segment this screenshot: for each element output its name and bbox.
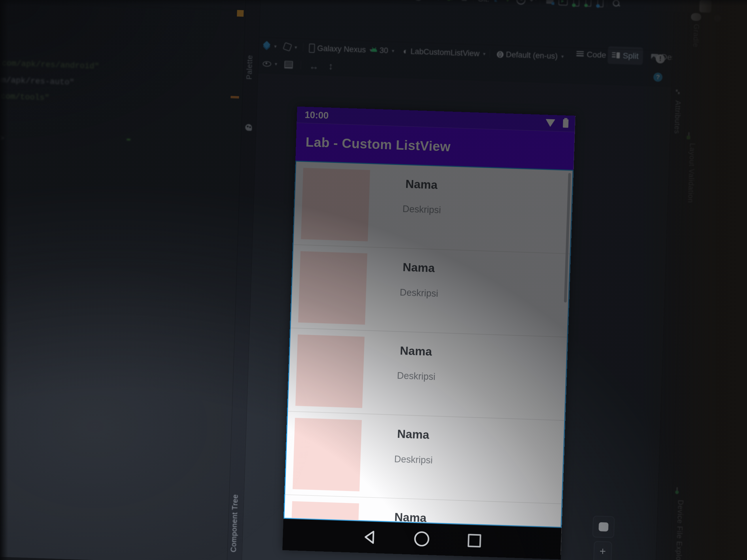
listview[interactable]: Nama Deskripsi Nama Deskripsi Nama Deskr…	[284, 161, 573, 528]
attach-icon	[414, 0, 422, 1]
list-item[interactable]: Nama Deskripsi	[288, 328, 567, 421]
layout-width-button[interactable]: ↔	[309, 61, 319, 71]
clock-icon	[516, 0, 526, 5]
profiler-button[interactable]	[428, 0, 440, 5]
tab-layout-validation[interactable]: Layout Validation	[688, 133, 690, 138]
item-image-placeholder	[301, 168, 370, 241]
window-icon	[699, 0, 712, 13]
profile-debug-button[interactable]	[443, 0, 455, 5]
list-item[interactable]: Nama Deskripsi	[291, 245, 570, 337]
layout-validation-icon	[688, 132, 690, 138]
list-item[interactable]: Nama Deskripsi	[285, 412, 564, 504]
locale-label: Default (en-us)	[506, 50, 558, 61]
globe-icon	[497, 51, 504, 58]
item-name: Nama	[400, 344, 432, 358]
device-file-explorer-icon	[676, 487, 678, 494]
tab-device-file-explorer[interactable]: Device File Explorer	[676, 488, 678, 493]
help-icon: ?	[653, 73, 663, 82]
render-warnings-button[interactable]: !	[655, 54, 665, 63]
code-line: .com/apk/res-auto"	[0, 75, 74, 87]
toolbar-separator	[301, 61, 301, 69]
gradle-tab-label: Gradle	[691, 24, 701, 48]
nav-recents-button[interactable]	[467, 534, 481, 547]
scrollbar-warning-mark[interactable]	[231, 96, 239, 99]
device-manager-icon	[573, 0, 579, 7]
sdk-manager-button[interactable]	[583, 0, 594, 10]
git-label: Git:	[478, 0, 490, 6]
gear-icon[interactable]	[714, 15, 721, 22]
palette-tab-label: Palette	[245, 55, 254, 80]
chevron-down-icon: ▾	[274, 43, 277, 49]
zoom-to-fit-button[interactable]	[592, 516, 615, 538]
listview-icon	[284, 61, 293, 69]
api-level-menu[interactable]: 30 ▾	[371, 46, 394, 56]
avd-manager-button[interactable]	[570, 0, 582, 9]
tab-palette[interactable]: Palette	[245, 55, 254, 81]
code-editor-panel[interactable]: ml % id.com/apk/res/android" .com/apk/re…	[0, 0, 246, 560]
palette-icon	[245, 124, 252, 131]
theme-menu[interactable]: ◐ LabCustomListView ▾	[403, 46, 486, 58]
item-image-placeholder	[295, 335, 365, 408]
layout-height-button[interactable]: ↕	[328, 61, 333, 71]
search-everywhere-button[interactable]	[610, 0, 622, 11]
nav-home-button[interactable]	[414, 531, 430, 547]
gradle-icon	[691, 13, 701, 21]
toolbar-separator	[490, 49, 490, 58]
editor-tab[interactable]: ml	[0, 0, 0, 1]
device-file-explorer-tab-label: Device File Explorer	[674, 500, 685, 560]
device-file-button[interactable]	[595, 0, 607, 10]
help-button[interactable]: ?	[653, 73, 663, 82]
eye-icon	[262, 61, 271, 66]
tab-gradle[interactable]: Gradle	[691, 13, 701, 21]
item-name: Nama	[403, 261, 435, 275]
git-update-button[interactable]: ↙	[492, 0, 502, 7]
api-level-label: 30	[379, 46, 388, 55]
device-menu-label: Galaxy Nexus	[317, 44, 366, 54]
status-time: 10:00	[297, 109, 329, 121]
code-line: id.com/tools"	[0, 91, 50, 103]
notifications-button[interactable]	[698, 0, 713, 14]
project-structure-button[interactable]	[544, 0, 556, 8]
theme-icon: ◐	[403, 47, 408, 56]
view-options-button[interactable]: ▾	[262, 61, 277, 67]
search-icon	[613, 0, 620, 7]
item-description: Deskripsi	[402, 204, 441, 216]
item-image-placeholder	[298, 251, 367, 325]
orientation-selector[interactable]: ▾	[284, 43, 297, 51]
item-description: Deskripsi	[394, 454, 433, 466]
warning-icon: !	[655, 54, 665, 63]
item-image-placeholder	[292, 418, 362, 491]
list-item[interactable]: Nama Deskripsi	[293, 162, 572, 254]
ide-window: app ▾ Pixel 3 API 28 ▾ ↻ Git: ↙	[0, 0, 747, 560]
logcat-button[interactable]	[557, 0, 569, 9]
zoom-controls: + −	[593, 541, 612, 560]
git-history-button[interactable]	[516, 0, 526, 7]
rotate-icon	[283, 42, 292, 51]
component-tree-tab-label: Component Tree	[229, 494, 240, 552]
device-menu[interactable]: Galaxy Nexus ▾	[309, 43, 372, 55]
design-surface-selector[interactable]: ▾	[262, 42, 277, 50]
selected-component-button[interactable]	[284, 61, 293, 69]
locale-menu[interactable]: Default (en-us) ▾	[497, 50, 564, 61]
code-line: " />	[0, 133, 4, 143]
zoom-in-button[interactable]: +	[599, 545, 606, 558]
git-commit-button[interactable]: ✓	[504, 0, 514, 7]
layers-icon	[262, 42, 271, 50]
tab-component-tree[interactable]: Component Tree	[229, 494, 240, 553]
nav-back-button[interactable]	[363, 530, 376, 544]
attributes-tab-label: Attributes	[673, 100, 682, 134]
toolbar-separator	[607, 0, 607, 7]
theme-label: LabCustomListView	[410, 47, 480, 58]
git-rollback-button[interactable]: ↶	[528, 0, 538, 8]
phone-preview[interactable]: 10:00 Lab - Custom ListView Nama Deskrip…	[282, 107, 575, 559]
item-name: Nama	[397, 427, 429, 442]
code-line: id.com/apk/res/android"	[0, 58, 99, 71]
item-description: Deskripsi	[400, 287, 438, 299]
phone-icon	[309, 44, 315, 53]
app-title: Lab - Custom ListView	[296, 134, 451, 154]
sdk-manager-icon	[585, 0, 591, 7]
stop-button[interactable]	[459, 0, 470, 5]
scrollbar-warning-mark[interactable]	[237, 10, 244, 17]
fit-screen-icon	[599, 522, 609, 532]
terminal-icon	[559, 0, 568, 5]
